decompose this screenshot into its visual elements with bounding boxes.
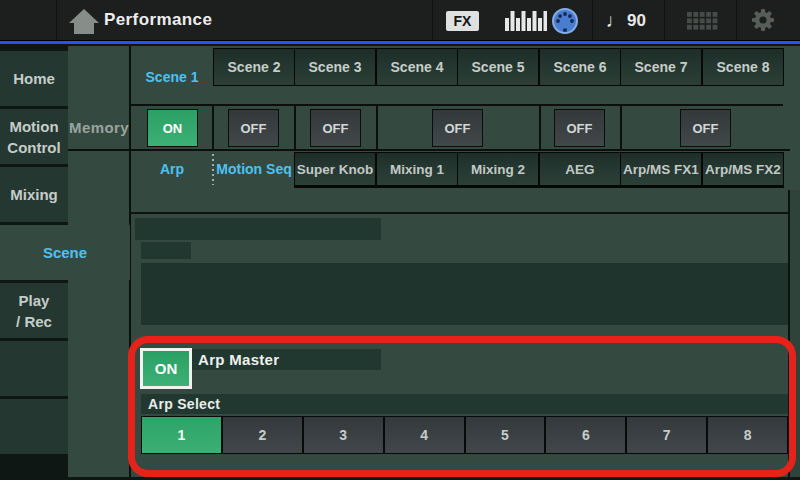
tab-motion-seq[interactable]: Motion Seq — [213, 152, 295, 186]
tab-super-knob[interactable]: Super Knob — [294, 152, 376, 188]
tab-mixing-1[interactable]: Mixing 1 — [376, 152, 458, 188]
sidebar-item-mixing[interactable]: Mixing — [0, 167, 68, 222]
tab-scene-8[interactable]: Scene 8 — [702, 48, 784, 86]
empty-parameter-box — [141, 242, 191, 259]
sidebar-item-label: Mixing — [10, 184, 58, 205]
topbar-seam — [432, 0, 433, 40]
tab-scene-2[interactable]: Scene 2 — [213, 48, 295, 86]
memory-switch-arpms-fx[interactable]: OFF — [680, 109, 731, 147]
memory-cell-divider — [620, 106, 622, 149]
topbar-accent-line — [0, 40, 800, 44]
content-divider — [131, 212, 790, 214]
tab-scene-1[interactable]: Scene 1 — [131, 48, 213, 105]
memory-switch-motion-seq[interactable]: OFF — [228, 109, 279, 147]
sidebar-item-label: Control — [7, 137, 60, 158]
annotation-highlight — [128, 336, 796, 477]
memory-switch-super-knob[interactable]: OFF — [310, 109, 361, 147]
tab-arp[interactable]: Arp — [131, 152, 213, 186]
sidebar-item-label: Home — [13, 68, 55, 89]
topbar-seam — [56, 0, 57, 40]
sidebar-item-scene[interactable]: Scene — [0, 225, 130, 280]
tab-aeg[interactable]: AEG — [539, 152, 621, 188]
empty-parameter-box — [135, 218, 381, 240]
tab-scene-3[interactable]: Scene 3 — [294, 48, 376, 86]
topbar-seam — [736, 0, 737, 40]
empty-display-panel — [141, 263, 788, 325]
sidebar-item-label: Play — [19, 290, 50, 311]
topbar-seam — [592, 0, 593, 40]
home-icon[interactable] — [66, 7, 102, 35]
sidebar-item-label: Motion — [9, 116, 58, 137]
top-bar: Performance FX ♩ 90 — [0, 0, 800, 40]
fx-button[interactable]: FX — [446, 11, 479, 31]
tab-scene-6[interactable]: Scene 6 — [539, 48, 621, 86]
sidebar-item-empty — [0, 341, 68, 396]
keyboard-icon[interactable] — [505, 10, 547, 31]
memory-cell-divider — [294, 106, 296, 149]
memory-cell-divider — [212, 106, 214, 149]
tab-scene-4[interactable]: Scene 4 — [376, 48, 458, 86]
memory-row-bottom-border — [68, 149, 790, 151]
dots-grid-icon[interactable] — [687, 12, 721, 30]
tempo-note-icon: ♩ — [606, 0, 625, 41]
topbar-seam — [664, 0, 665, 40]
page-title: Performance — [104, 0, 212, 40]
tab-arpms-fx1[interactable]: Arp/MS FX1 — [620, 152, 702, 188]
sidebar-item-play-rec[interactable]: Play / Rec — [0, 283, 68, 338]
memory-cell-divider — [376, 106, 378, 149]
settings-gear-icon[interactable] — [749, 6, 777, 34]
sidebar-item-label: / Rec — [16, 311, 52, 332]
memory-switch-mixing[interactable]: OFF — [432, 109, 483, 147]
memory-row-label: Memory — [68, 106, 130, 149]
tempo-value[interactable]: 90 — [627, 0, 646, 41]
sidebar-item-motion-control[interactable]: Motion Control — [0, 109, 68, 164]
memory-cell-divider — [539, 106, 541, 149]
midi-connector-icon[interactable] — [551, 7, 579, 35]
tab-scene-7[interactable]: Scene 7 — [620, 48, 702, 86]
sidebar-item-label: Scene — [43, 242, 87, 263]
tab-arpms-fx2[interactable]: Arp/MS FX2 — [702, 152, 784, 188]
sidebar-item-home[interactable]: Home — [0, 51, 68, 106]
memory-switch-arp[interactable]: ON — [147, 109, 198, 147]
memory-row-top-border — [131, 104, 783, 106]
tab-scene-5[interactable]: Scene 5 — [457, 48, 539, 86]
sidebar-item-empty — [0, 399, 68, 454]
tab-mixing-2[interactable]: Mixing 2 — [457, 152, 539, 188]
memory-switch-aeg[interactable]: OFF — [554, 109, 605, 147]
